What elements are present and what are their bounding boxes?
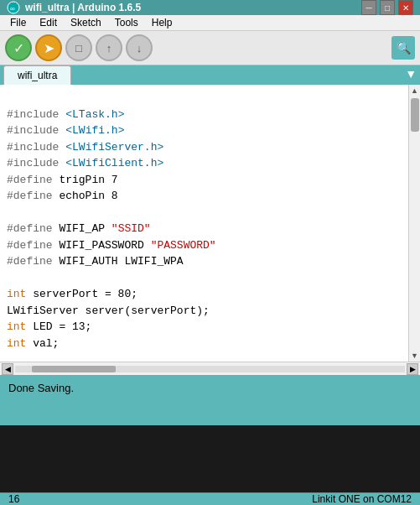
title-bar-controls: ─ □ ✕ xyxy=(361,0,413,15)
new-button[interactable]: □ xyxy=(65,34,92,61)
search-button[interactable]: 🔍 xyxy=(391,36,415,60)
title-bar: ∞ wifi_ultra | Arduino 1.6.5 ─ □ ✕ xyxy=(0,0,420,15)
console-area: Done Saving. xyxy=(0,375,420,425)
save-button[interactable]: ↓ xyxy=(126,34,153,61)
menu-bar: File Edit Sketch Tools Help xyxy=(0,15,420,31)
window-title: wifi_ultra | Arduino 1.6.5 xyxy=(25,2,141,13)
menu-file[interactable]: File xyxy=(3,15,33,30)
scroll-up-arrow[interactable]: ▲ xyxy=(411,86,418,95)
hscroll-track[interactable] xyxy=(15,366,405,372)
hscroll-right-arrow[interactable]: ▶ xyxy=(407,363,418,375)
code-editor[interactable]: #include <LTask.h> #include <LWifi.h> #i… xyxy=(0,85,408,362)
svg-text:∞: ∞ xyxy=(10,5,15,13)
menu-edit[interactable]: Edit xyxy=(33,15,64,30)
tab-bar: wifi_ultra ▼ xyxy=(0,65,420,85)
open-button[interactable]: ↑ xyxy=(96,34,122,61)
close-button[interactable]: ✕ xyxy=(398,0,413,15)
title-bar-left: ∞ wifi_ultra | Arduino 1.6.5 xyxy=(7,1,141,14)
status-board: Linkit ONE on COM12 xyxy=(312,493,412,505)
bottom-panel xyxy=(0,425,420,492)
editor-and-console: #include <LTask.h> #include <LWifi.h> #i… xyxy=(0,85,420,492)
app-icon: ∞ xyxy=(7,1,20,14)
tab-wifi-ultra[interactable]: wifi_ultra xyxy=(3,65,71,85)
vertical-scrollbar[interactable]: ▲ ▼ xyxy=(408,85,420,362)
toolbar: ✓ ➤ □ ↑ ↓ 🔍 xyxy=(0,31,420,65)
scroll-down-arrow[interactable]: ▼ xyxy=(411,351,418,360)
verify-button[interactable]: ✓ xyxy=(5,34,32,61)
menu-help[interactable]: Help xyxy=(145,15,179,30)
app-window: ∞ wifi_ultra | Arduino 1.6.5 ─ □ ✕ File … xyxy=(0,0,420,505)
hscroll-thumb[interactable] xyxy=(32,366,116,372)
menu-sketch[interactable]: Sketch xyxy=(64,15,108,30)
status-bar: 16 Linkit ONE on COM12 xyxy=(0,492,420,505)
scroll-thumb[interactable] xyxy=(411,98,419,132)
console-text: Done Saving. xyxy=(8,382,412,394)
menu-tools[interactable]: Tools xyxy=(108,15,145,30)
minimize-button[interactable]: ─ xyxy=(361,0,376,15)
status-line: 16 xyxy=(8,493,19,505)
hscroll-left-arrow[interactable]: ◀ xyxy=(2,363,13,375)
horizontal-scrollbar[interactable]: ◀ ▶ xyxy=(0,362,420,375)
tab-dropdown-icon[interactable]: ▼ xyxy=(405,67,417,84)
upload-button[interactable]: ➤ xyxy=(35,34,62,61)
maximize-button[interactable]: □ xyxy=(380,0,395,15)
editor-container: #include <LTask.h> #include <LWifi.h> #i… xyxy=(0,85,420,362)
